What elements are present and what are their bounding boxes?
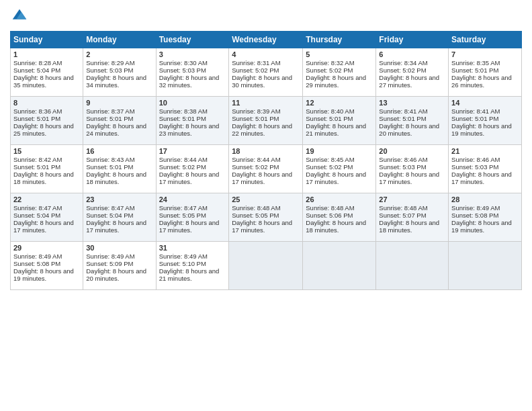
day-cell-28: 28Sunrise: 8:49 AMSunset: 5:08 PMDayligh… — [449, 193, 522, 242]
daylight: Daylight: 8 hours and 30 minutes. — [232, 74, 292, 89]
day-cell-29: 29Sunrise: 8:49 AMSunset: 5:08 PMDayligh… — [11, 242, 83, 290]
sunset: Sunset: 5:02 PM — [232, 163, 279, 171]
day-number: 22 — [13, 195, 80, 203]
sunrise: Sunrise: 8:49 AM — [86, 253, 134, 260]
day-number: 21 — [451, 147, 519, 155]
sunset: Sunset: 5:05 PM — [159, 212, 206, 219]
day-cell-5: 5Sunrise: 8:32 AMSunset: 5:02 PMDaylight… — [303, 48, 376, 97]
sunset: Sunset: 5:04 PM — [13, 212, 60, 219]
sunset: Sunset: 5:02 PM — [379, 66, 426, 74]
week-row-5: 29Sunrise: 8:49 AMSunset: 5:08 PMDayligh… — [11, 242, 522, 290]
sunrise: Sunrise: 8:41 AM — [451, 107, 500, 115]
daylight: Daylight: 8 hours and 19 minutes. — [13, 267, 74, 282]
daylight: Daylight: 8 hours and 17 minutes. — [13, 219, 74, 234]
week-row-1: 1Sunrise: 8:28 AMSunset: 5:04 PMDaylight… — [11, 48, 522, 97]
daylight: Daylight: 8 hours and 17 minutes. — [232, 171, 292, 185]
day-cell-12: 12Sunrise: 8:40 AMSunset: 5:01 PMDayligh… — [303, 97, 376, 145]
day-cell-26: 26Sunrise: 8:48 AMSunset: 5:06 PMDayligh… — [303, 193, 376, 242]
day-number: 12 — [306, 99, 373, 107]
sunset: Sunset: 5:01 PM — [451, 115, 498, 122]
daylight: Daylight: 8 hours and 20 minutes. — [379, 122, 439, 137]
daylight: Daylight: 8 hours and 19 minutes. — [451, 122, 512, 137]
sunrise: Sunrise: 8:48 AM — [232, 204, 280, 212]
day-number: 16 — [86, 147, 152, 155]
header — [10, 7, 522, 26]
day-number: 6 — [379, 50, 445, 58]
day-number: 3 — [159, 50, 226, 58]
daylight: Daylight: 8 hours and 27 minutes. — [379, 74, 439, 89]
daylight: Daylight: 8 hours and 26 minutes. — [451, 74, 512, 89]
week-row-4: 22Sunrise: 8:47 AMSunset: 5:04 PMDayligh… — [11, 193, 522, 242]
day-number: 2 — [86, 50, 152, 58]
day-cell-30: 30Sunrise: 8:49 AMSunset: 5:09 PMDayligh… — [83, 242, 156, 290]
sunrise: Sunrise: 8:28 AM — [13, 59, 62, 66]
col-header-saturday: Saturday — [449, 32, 522, 48]
sunset: Sunset: 5:04 PM — [86, 212, 133, 219]
sunrise: Sunrise: 8:39 AM — [232, 107, 280, 115]
sunrise: Sunrise: 8:42 AM — [13, 156, 62, 163]
day-cell-13: 13Sunrise: 8:41 AMSunset: 5:01 PMDayligh… — [376, 97, 449, 145]
day-cell-11: 11Sunrise: 8:39 AMSunset: 5:01 PMDayligh… — [229, 97, 303, 145]
sunrise: Sunrise: 8:29 AM — [86, 59, 134, 66]
day-cell-16: 16Sunrise: 8:43 AMSunset: 5:01 PMDayligh… — [83, 145, 156, 193]
day-number: 27 — [379, 195, 445, 203]
sunrise: Sunrise: 8:49 AM — [159, 253, 208, 260]
sunrise: Sunrise: 8:48 AM — [306, 204, 354, 212]
sunset: Sunset: 5:02 PM — [159, 163, 206, 171]
calendar-header-row: SundayMondayTuesdayWednesdayThursdayFrid… — [11, 32, 522, 48]
sunset: Sunset: 5:08 PM — [13, 260, 60, 267]
day-cell-14: 14Sunrise: 8:41 AMSunset: 5:01 PMDayligh… — [449, 97, 522, 145]
day-number: 19 — [306, 147, 373, 155]
day-cell-17: 17Sunrise: 8:44 AMSunset: 5:02 PMDayligh… — [156, 145, 229, 193]
sunrise: Sunrise: 8:32 AM — [306, 59, 354, 66]
day-number: 7 — [451, 50, 519, 58]
day-cell-27: 27Sunrise: 8:48 AMSunset: 5:07 PMDayligh… — [376, 193, 449, 242]
sunset: Sunset: 5:02 PM — [306, 66, 353, 74]
day-number: 18 — [232, 147, 300, 155]
sunrise: Sunrise: 8:40 AM — [306, 107, 354, 115]
sunset: Sunset: 5:03 PM — [159, 66, 206, 74]
day-number: 20 — [379, 147, 445, 155]
sunrise: Sunrise: 8:44 AM — [159, 156, 208, 163]
day-number: 4 — [232, 50, 300, 58]
day-number: 30 — [86, 244, 152, 252]
sunrise: Sunrise: 8:47 AM — [86, 204, 134, 212]
daylight: Daylight: 8 hours and 17 minutes. — [306, 171, 366, 185]
sunset: Sunset: 5:01 PM — [86, 115, 133, 122]
sunrise: Sunrise: 8:30 AM — [159, 59, 208, 66]
daylight: Daylight: 8 hours and 32 minutes. — [159, 74, 220, 89]
day-number: 24 — [159, 195, 226, 203]
sunset: Sunset: 5:01 PM — [451, 66, 498, 74]
page: SundayMondayTuesdayWednesdayThursdayFrid… — [0, 0, 532, 411]
day-cell-9: 9Sunrise: 8:37 AMSunset: 5:01 PMDaylight… — [83, 97, 156, 145]
day-cell-4: 4Sunrise: 8:31 AMSunset: 5:02 PMDaylight… — [229, 48, 303, 97]
day-number: 9 — [86, 99, 152, 107]
sunset: Sunset: 5:01 PM — [159, 115, 206, 122]
sunset: Sunset: 5:04 PM — [13, 66, 60, 74]
day-cell-1: 1Sunrise: 8:28 AMSunset: 5:04 PMDaylight… — [11, 48, 83, 97]
col-header-tuesday: Tuesday — [156, 32, 229, 48]
daylight: Daylight: 8 hours and 20 minutes. — [86, 267, 146, 282]
sunrise: Sunrise: 8:46 AM — [379, 156, 427, 163]
sunset: Sunset: 5:03 PM — [379, 163, 426, 171]
sunrise: Sunrise: 8:38 AM — [159, 107, 208, 115]
sunset: Sunset: 5:02 PM — [306, 163, 353, 171]
day-cell-31: 31Sunrise: 8:49 AMSunset: 5:10 PMDayligh… — [156, 242, 229, 290]
day-number: 29 — [13, 244, 80, 252]
day-number: 25 — [232, 195, 300, 203]
day-number: 26 — [306, 195, 373, 203]
daylight: Daylight: 8 hours and 24 minutes. — [86, 122, 146, 137]
sunrise: Sunrise: 8:49 AM — [13, 253, 62, 260]
col-header-wednesday: Wednesday — [229, 32, 303, 48]
sunrise: Sunrise: 8:46 AM — [451, 156, 500, 163]
daylight: Daylight: 8 hours and 17 minutes. — [451, 171, 512, 185]
day-cell-25: 25Sunrise: 8:48 AMSunset: 5:05 PMDayligh… — [229, 193, 303, 242]
day-number: 10 — [159, 99, 226, 107]
sunset: Sunset: 5:03 PM — [451, 163, 498, 171]
daylight: Daylight: 8 hours and 25 minutes. — [13, 122, 74, 137]
day-number: 5 — [306, 50, 373, 58]
day-number: 23 — [86, 195, 152, 203]
sunrise: Sunrise: 8:49 AM — [451, 204, 500, 212]
sunset: Sunset: 5:01 PM — [13, 163, 60, 171]
daylight: Daylight: 8 hours and 35 minutes. — [13, 74, 74, 89]
